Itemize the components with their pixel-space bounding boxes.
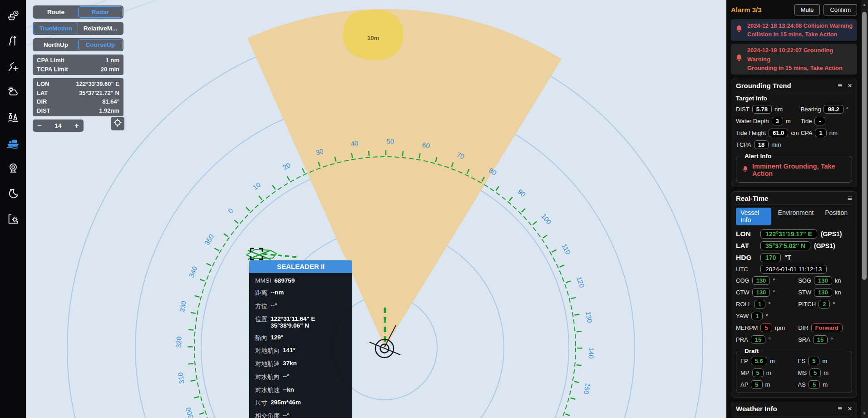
ship-icon xyxy=(6,136,20,151)
field-label: MERPM xyxy=(736,324,758,331)
sidebar xyxy=(0,0,26,418)
draft-fieldset: Draft FP 5.6 m FS 5 m xyxy=(736,348,852,393)
field-unit: nm xyxy=(829,129,838,136)
real-time-header: Real-Time ≡ xyxy=(736,194,852,205)
scrollbar-thumb[interactable] xyxy=(862,12,867,280)
compass-degree-label: 320 xyxy=(175,336,183,348)
alarm-list: 2024-12-18 13:24:08 Collision WarningCol… xyxy=(731,19,857,75)
draft-field: FP 5.6 m xyxy=(740,357,796,365)
field-label: AP xyxy=(740,381,748,388)
vessel-field-value: 141° xyxy=(283,347,296,355)
vessel-field-label: 尺寸 xyxy=(255,399,267,407)
menu-icon[interactable]: ≡ xyxy=(848,194,852,202)
real-time-tab[interactable]: Environment xyxy=(774,208,819,225)
vessel-popup-row: 对地航向 141° xyxy=(249,344,352,358)
draft-fields: FP 5.6 m FS 5 m MP 5 xyxy=(740,357,848,389)
alarm-message: 2024-12-18 13:24:08 Collision WarningCol… xyxy=(747,21,853,39)
center-on-ship-button[interactable] xyxy=(111,117,124,130)
zoom-out-button[interactable]: − xyxy=(33,120,46,131)
primary-readout-row: UTC 2024-01-01 11:12:13 xyxy=(736,265,852,274)
field-label: DIR xyxy=(798,324,808,331)
real-time-tab[interactable]: Position xyxy=(820,208,852,225)
field-unit: cm xyxy=(791,129,799,136)
cpa-limit-value: 1 nm xyxy=(106,56,119,65)
course-up-button[interactable]: CourseUp xyxy=(78,39,123,50)
north-up-button[interactable]: NorthUp xyxy=(34,39,78,50)
mute-button[interactable]: Mute xyxy=(794,4,820,15)
relative-motion-button[interactable]: RelativeM... xyxy=(78,23,123,34)
menu-icon[interactable]: ≡ xyxy=(838,82,842,90)
sidebar-item-map-settings[interactable] xyxy=(4,207,22,233)
sidebar-item-navaids[interactable] xyxy=(4,105,22,131)
field-label: COG xyxy=(736,277,750,284)
cursor-position-panel: LON122°33'39.60" E LAT35°37'21.72" N DIR… xyxy=(33,78,123,116)
close-icon[interactable]: × xyxy=(848,405,852,413)
field-unit: ° xyxy=(846,106,848,113)
real-time-tab[interactable]: Vessel Info xyxy=(736,208,771,225)
menu-icon[interactable]: ≡ xyxy=(838,405,842,413)
panel-scrollbar[interactable]: ▲ ▼ xyxy=(861,0,868,418)
field-label: CPA xyxy=(801,129,813,136)
readout-suffix: (GPS1) xyxy=(814,242,835,249)
field-label: FS xyxy=(798,358,806,364)
field-label: SRA xyxy=(798,336,810,343)
field-label: STW xyxy=(798,289,811,296)
vessel-field-label: 相交角度 xyxy=(255,412,280,418)
readout-label: UTC xyxy=(736,266,757,273)
field-value: 2 xyxy=(819,300,830,309)
field-label: Bearing xyxy=(801,106,821,113)
route-mode-button[interactable]: Route xyxy=(34,6,78,18)
sidebar-item-night-mode[interactable] xyxy=(4,182,22,207)
field-unit: ° xyxy=(833,301,835,308)
radar-mode-button[interactable]: Radar xyxy=(78,6,123,18)
vessel-field-value: 295m*46m xyxy=(271,399,301,407)
field-label: PITCH xyxy=(798,301,816,308)
lon-value: 122°33'39.60" E xyxy=(76,80,119,89)
grounding-trend-title: Grounding Trend xyxy=(736,82,832,90)
field-label: Tide xyxy=(801,118,812,124)
confirm-button[interactable]: Confirm xyxy=(824,4,857,15)
vessel-field-label: 对地航向 xyxy=(255,347,280,355)
alarm-header: Alarm 3/3 Mute Confirm xyxy=(731,3,857,16)
sidebar-item-track[interactable] xyxy=(4,29,22,55)
target-info-field: Water Depth 3 m xyxy=(736,117,799,125)
target-info-label: Target Info xyxy=(736,95,852,102)
compass-degree-label: 60 xyxy=(422,141,431,150)
crosshair-icon xyxy=(113,118,122,129)
field-value: 5 xyxy=(809,368,821,377)
sidebar-item-route-plan[interactable] xyxy=(4,55,22,80)
readout-suffix: °T xyxy=(784,254,791,261)
sidebar-item-camera[interactable] xyxy=(4,156,22,182)
sidebar-item-weather[interactable] xyxy=(4,80,22,105)
close-icon[interactable]: × xyxy=(848,82,852,90)
weather-cloud-icon xyxy=(7,85,20,100)
real-time-tabs: Vessel InfoEnvironmentPosition xyxy=(736,208,852,225)
vessel-popup-body: MMSI 689759 距离 --nm 方位 --° 位置 122°31'11.… xyxy=(249,273,352,418)
true-motion-button[interactable]: TrueMotion xyxy=(34,23,78,34)
zoom-in-button[interactable]: + xyxy=(70,120,84,131)
alarm-item[interactable]: 2024-12-18 13:24:08 Collision WarningCol… xyxy=(731,19,857,41)
lat-value: 35°37'21.72" N xyxy=(79,89,119,98)
dir-value: 81.64° xyxy=(102,97,119,106)
field-value: 3 xyxy=(772,117,783,125)
vessel-popup-row: MMSI 689759 xyxy=(249,275,352,287)
field-unit: ° xyxy=(768,336,770,343)
target-info-field: Tide - xyxy=(801,117,852,125)
scroll-down-arrow[interactable]: ▼ xyxy=(861,411,868,416)
alarm-message: 2024-12-18 10:22:07 Grounding WarningGro… xyxy=(747,46,853,72)
motion-toggle-row: TrueMotion RelativeM... xyxy=(33,22,123,35)
field-value: 5.6 xyxy=(751,357,767,365)
field-value: 130 xyxy=(814,276,832,285)
scroll-up-arrow[interactable]: ▲ xyxy=(861,2,868,7)
vessel-popup-row: 方位 --° xyxy=(249,300,352,313)
sidebar-item-vessels[interactable] xyxy=(4,131,22,156)
field-unit: ° xyxy=(765,313,768,319)
sidebar-item-voyage[interactable] xyxy=(4,4,22,29)
field-unit: m xyxy=(765,381,770,388)
readout-value: 170 xyxy=(760,253,781,262)
field-value: 15 xyxy=(813,335,828,344)
field-value: 15 xyxy=(751,335,765,344)
map-toolbar: Route Radar TrueMotion RelativeM... Nort… xyxy=(33,5,123,132)
field-unit: m xyxy=(786,118,791,124)
alarm-item[interactable]: 2024-12-18 10:22:07 Grounding WarningGro… xyxy=(731,44,857,75)
